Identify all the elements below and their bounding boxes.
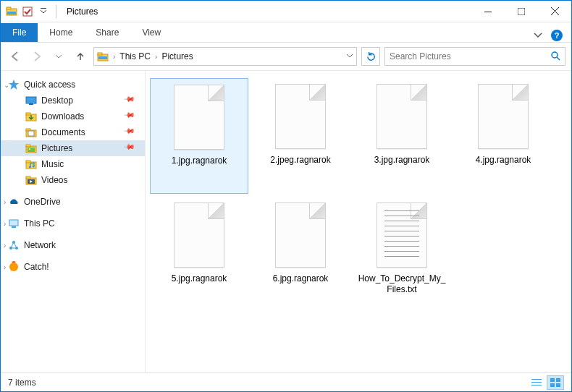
sidebar-item-desktop[interactable]: Desktop📌 [1, 93, 145, 108]
file-name: 5.jpg.ragnarok [172, 273, 227, 284]
text-file-icon [377, 203, 427, 268]
nav-back-button[interactable] [7, 48, 24, 65]
unknown-file-icon [275, 203, 326, 268]
svg-rect-37 [531, 385, 542, 385]
svg-rect-5 [484, 12, 492, 12]
svg-point-10 [552, 52, 558, 58]
sidebar-root-onedrive[interactable]: ›OneDrive [1, 194, 145, 210]
unknown-file-icon [174, 203, 224, 268]
ribbon-tab-view[interactable]: View [130, 23, 172, 42]
tree-label: Music [41, 159, 64, 169]
chevron-right-icon[interactable]: › [155, 53, 157, 61]
svg-rect-2 [7, 12, 16, 14]
chevron-right-icon[interactable]: › [4, 220, 6, 228]
ribbon-tabs: File Home Share View ? [1, 22, 571, 43]
refresh-button[interactable] [361, 47, 380, 66]
pictures-icon [25, 142, 37, 154]
sidebar-root-network[interactable]: ›Network [1, 237, 145, 253]
svg-rect-40 [550, 383, 555, 387]
file-name: 3.jpg.ragnarok [374, 155, 430, 166]
address-bar[interactable]: › This PC › Pictures [93, 47, 357, 66]
svg-rect-19 [26, 145, 30, 147]
chevron-down-icon[interactable]: ⌄ [4, 81, 9, 89]
tree-label: Videos [41, 175, 67, 185]
file-list[interactable]: 1.jpg.ragnarok2.jpeg.ragnarok3.jpg.ragna… [146, 71, 571, 372]
sidebar-item-pictures[interactable]: Pictures📌 [1, 140, 145, 156]
chevron-right-icon[interactable]: › [113, 53, 115, 61]
breadcrumb-thispc[interactable]: This PC [119, 51, 151, 61]
close-button[interactable] [538, 1, 571, 22]
sidebar-item-videos[interactable]: Videos [1, 172, 145, 188]
nav-recent-dropdown[interactable] [50, 48, 67, 65]
svg-rect-11 [26, 97, 36, 103]
file-item[interactable]: 6.jpg.ragnarok [251, 197, 350, 312]
explorer-window: Pictures File Home Share View ? › This P… [0, 0, 572, 392]
view-details-button[interactable] [528, 375, 545, 390]
svg-point-25 [33, 166, 35, 168]
search-input[interactable]: Search Pictures [384, 47, 565, 66]
pin-icon: 📌 [124, 124, 140, 140]
ribbon-tab-home[interactable]: Home [38, 23, 84, 42]
svg-rect-41 [556, 383, 560, 387]
app-icon [5, 5, 18, 18]
tree-label: Network [24, 240, 56, 250]
file-item[interactable]: 1.jpg.ragnarok [150, 78, 248, 194]
tree-label: Pictures [41, 143, 72, 153]
ribbon-expand-icon[interactable] [534, 29, 542, 42]
thispc-icon [8, 218, 20, 229]
file-item[interactable]: 4.jpg.ragnarok [454, 78, 552, 194]
file-item[interactable]: 5.jpg.ragnarok [150, 197, 248, 312]
tree-label: Downloads [41, 111, 84, 122]
address-dropdown-icon[interactable] [346, 51, 353, 61]
svg-rect-27 [26, 176, 30, 179]
ribbon-tab-share[interactable]: Share [84, 23, 130, 42]
view-icons-button[interactable] [547, 375, 564, 390]
status-count: 7 items [8, 378, 36, 388]
svg-point-24 [29, 166, 31, 169]
nav-forward-button[interactable] [28, 48, 46, 65]
svg-rect-23 [26, 161, 30, 163]
maximize-button[interactable] [505, 1, 538, 22]
folder-icon [97, 51, 109, 62]
sidebar-item-downloads[interactable]: Downloads📌 [1, 108, 145, 124]
svg-rect-39 [556, 378, 560, 382]
sidebar-item-music[interactable]: Music [1, 156, 145, 172]
ribbon-file-tab[interactable]: File [1, 23, 38, 42]
tree-label: Documents [41, 127, 85, 137]
svg-rect-36 [531, 382, 542, 383]
minimize-button[interactable] [471, 1, 505, 22]
file-name: 4.jpg.ragnarok [476, 155, 531, 166]
chevron-right-icon[interactable]: › [4, 198, 6, 206]
file-item[interactable]: 2.jpeg.ragnarok [251, 78, 350, 194]
network-icon [8, 239, 20, 251]
chevron-right-icon[interactable]: › [4, 263, 6, 271]
tree-label: Desktop [41, 95, 73, 106]
svg-rect-14 [26, 113, 30, 115]
file-item[interactable]: 3.jpg.ragnarok [353, 78, 451, 194]
navigation-pane[interactable]: ⌄ Quick access Desktop📌Downloads📌Documen… [1, 71, 146, 372]
sidebar-root-catch![interactable]: ›Catch! [1, 259, 145, 275]
navigation-row: › This PC › Pictures Search Pictures [1, 43, 571, 70]
unknown-file-icon [377, 84, 427, 149]
help-icon[interactable]: ? [551, 30, 563, 41]
svg-point-21 [29, 148, 30, 150]
svg-rect-3 [23, 7, 32, 16]
catch-icon [8, 261, 20, 273]
sidebar-item-documents[interactable]: Documents📌 [1, 124, 145, 140]
search-icon [550, 51, 560, 63]
svg-rect-12 [29, 103, 33, 105]
sidebar-root-this pc[interactable]: ›This PC [1, 216, 145, 231]
chevron-right-icon[interactable]: › [4, 242, 6, 250]
file-item[interactable]: How_To_Decrypt_My_Files.txt [353, 197, 451, 312]
breadcrumb-pictures[interactable]: Pictures [161, 51, 193, 61]
pin-icon: 📌 [124, 140, 140, 156]
tree-label: Quick access [24, 80, 75, 90]
nav-up-button[interactable] [72, 48, 89, 65]
qat-properties-icon[interactable] [21, 5, 34, 18]
svg-rect-30 [12, 226, 16, 228]
svg-rect-9 [98, 56, 107, 59]
qat-dropdown-icon[interactable] [37, 5, 50, 18]
music-icon [25, 158, 37, 170]
tree-quick-access[interactable]: ⌄ Quick access [1, 77, 145, 93]
tree-label: Catch! [24, 262, 49, 272]
